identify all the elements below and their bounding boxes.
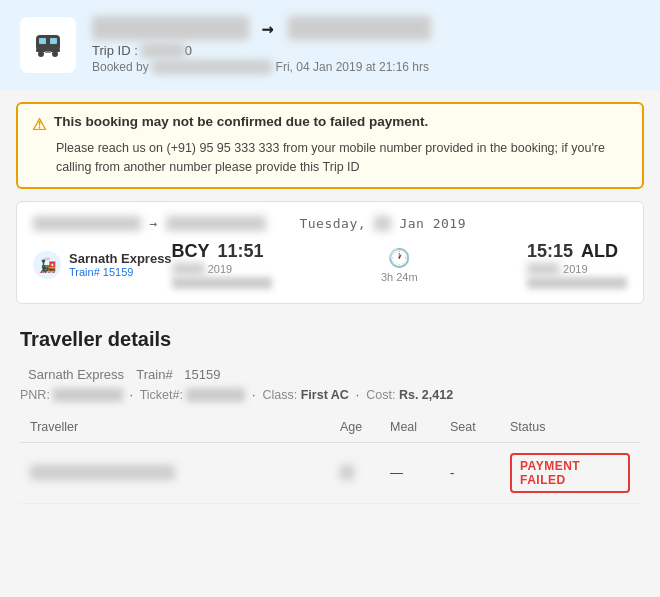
traveller-section-heading: Traveller details xyxy=(20,328,640,351)
col-header-age: Age xyxy=(330,412,380,443)
arrival-date: 04 Jan 2019 xyxy=(527,263,627,275)
traveller-name: Mr _________ ________ xyxy=(20,442,330,503)
pnr-line: PNR: PNR12345 · Ticket#: TK12345 · Class… xyxy=(20,388,640,402)
status-badge: PAYMENT FAILED xyxy=(510,453,630,493)
col-header-status: Status xyxy=(500,412,640,443)
warning-icon: ⚠ xyxy=(32,115,46,134)
warning-banner: ⚠ This booking may not be confirmed due … xyxy=(16,102,644,189)
svg-rect-2 xyxy=(50,38,57,44)
train-number: Train# 15159 xyxy=(69,266,172,278)
col-header-traveller: Traveller xyxy=(20,412,330,443)
train-icon xyxy=(30,27,66,63)
journey-details: 🚂 Sarnath Express Train# 15159 BCY 11:51… xyxy=(33,241,627,289)
arrival-station-name: Allahabad xyxy=(527,277,627,289)
trip-id: Trip ID : 1901040 xyxy=(92,43,431,58)
train-name: Sarnath Express xyxy=(69,251,172,266)
booked-by: Booked by username@email.com Fri, 04 Jan… xyxy=(92,60,431,74)
departure-block: BCY 11:51 04 Jan 2019 Varanasi City xyxy=(172,241,272,289)
traveller-section: Traveller details Sarnath Express Train#… xyxy=(0,312,660,520)
warning-body: Please reach us on (+91) 95 95 333 333 f… xyxy=(32,139,628,177)
traveller-status: PAYMENT FAILED xyxy=(500,442,640,503)
route-title: VARANASICITY → ALLAHABADJN xyxy=(92,16,431,40)
svg-point-4 xyxy=(38,51,44,57)
clock-icon: 🕐 xyxy=(388,247,410,269)
col-header-seat: Seat xyxy=(440,412,500,443)
arrival-block: 15:15 ALD 04 Jan 2019 Allahabad xyxy=(527,241,627,289)
arrival-station: 15:15 ALD xyxy=(527,241,627,262)
warning-title: ⚠ This booking may not be confirmed due … xyxy=(32,114,628,134)
table-header-row: Traveller Age Meal Seat Status xyxy=(20,412,640,443)
departure-station-name: Varanasi City xyxy=(172,277,272,289)
booking-header: VARANASICITY → ALLAHABADJN Trip ID : 190… xyxy=(0,0,660,90)
traveller-seat: - xyxy=(440,442,500,503)
svg-point-5 xyxy=(52,51,58,57)
journey-route: VARANASI CITY → ALLAHABAD JN Tuesday, 07… xyxy=(33,216,627,231)
traveller-train-number: Train# 15159 xyxy=(136,367,220,382)
col-header-meal: Meal xyxy=(380,412,440,443)
traveller-table: Traveller Age Meal Seat Status Mr ______… xyxy=(20,412,640,504)
duration-block: 🕐 3h 24m xyxy=(272,247,527,283)
table-row: Mr _________ ________ 28 — - PAYMENT FAI… xyxy=(20,442,640,503)
train-name-box: Sarnath Express Train# 15159 xyxy=(69,251,172,278)
train-info: 🚂 Sarnath Express Train# 15159 xyxy=(33,251,172,279)
svg-rect-6 xyxy=(45,51,51,53)
traveller-meal: — xyxy=(380,442,440,503)
traveller-age: 28 xyxy=(330,442,380,503)
header-text: VARANASICITY → ALLAHABADJN Trip ID : 190… xyxy=(92,16,431,74)
train-icon-box xyxy=(20,17,76,73)
departure-station: BCY 11:51 xyxy=(172,241,272,262)
departure-date: 04 Jan 2019 xyxy=(172,263,272,275)
duration-text: 3h 24m xyxy=(381,271,418,283)
svg-rect-1 xyxy=(39,38,46,44)
journey-section: VARANASI CITY → ALLAHABAD JN Tuesday, 07… xyxy=(16,201,644,304)
traveller-train-subtitle: Sarnath Express Train# 15159 xyxy=(20,365,640,382)
train-logo-icon: 🚂 xyxy=(33,251,61,279)
